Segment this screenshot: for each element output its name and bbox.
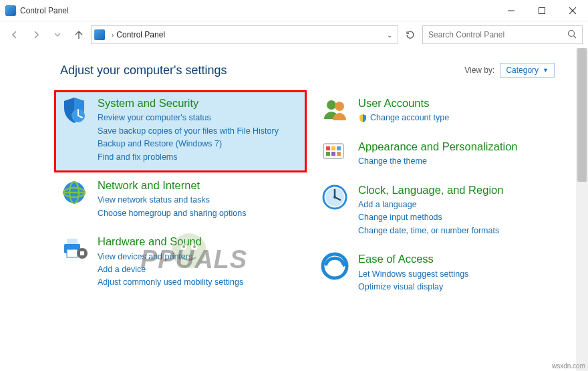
category-title[interactable]: Hardware and Sound (98, 235, 301, 249)
category-sub[interactable]: Change date, time, or number formats (358, 225, 561, 237)
category-network-internet[interactable]: Network and Internet View network status… (60, 178, 301, 220)
view-by: View by: Category ▼ (464, 63, 555, 78)
close-button[interactable] (557, 0, 588, 21)
category-title[interactable]: Ease of Access (358, 252, 561, 266)
category-sub[interactable]: Change account type (358, 112, 561, 124)
category-sub[interactable]: Let Windows suggest settings (358, 268, 561, 281)
category-title[interactable]: Clock, Language, and Region (358, 183, 561, 197)
svg-rect-15 (80, 251, 84, 255)
minimize-button[interactable] (496, 0, 527, 21)
shield-icon (60, 96, 88, 124)
site-credit: wsxdn.com (552, 362, 585, 370)
caret-down-icon: ▼ (543, 67, 549, 74)
category-sub[interactable]: Find and fix problems (98, 151, 301, 164)
svg-point-4 (569, 30, 575, 36)
category-hardware-sound[interactable]: Hardware and Sound View devices and prin… (60, 235, 301, 289)
page-heading: Adjust your computer's settings (60, 64, 227, 78)
control-panel-icon (5, 5, 16, 16)
svg-point-29 (333, 196, 336, 199)
category-system-security[interactable]: System and Security Review your computer… (56, 92, 305, 170)
svg-point-16 (327, 100, 336, 110)
chevron-right-icon: › (112, 31, 114, 39)
category-sub[interactable]: Change the theme (358, 155, 561, 168)
address-icon (94, 29, 105, 40)
appearance-icon (321, 140, 349, 168)
svg-rect-22 (326, 152, 330, 156)
category-appearance-personalization[interactable]: Appearance and Personalization Change th… (321, 140, 561, 168)
recent-dropdown[interactable] (48, 25, 67, 44)
category-sub[interactable]: Backup and Restore (Windows 7) (98, 138, 301, 150)
refresh-button[interactable] (401, 25, 420, 44)
svg-rect-20 (331, 146, 335, 150)
scrollbar-thumb[interactable] (577, 48, 587, 182)
svg-rect-12 (67, 239, 78, 244)
category-sub[interactable]: View devices and printers (98, 251, 301, 263)
users-icon (321, 96, 349, 124)
svg-line-5 (574, 35, 577, 38)
category-clock-language-region[interactable]: Clock, Language, and Region Add a langua… (321, 183, 561, 238)
category-sub[interactable]: Adjust commonly used mobility settings (98, 276, 301, 289)
up-button[interactable] (69, 25, 88, 44)
svg-rect-1 (539, 7, 545, 13)
maximize-button[interactable] (527, 0, 557, 21)
category-title[interactable]: Network and Internet (98, 178, 301, 193)
viewby-value: Category (506, 66, 539, 75)
category-title[interactable]: System and Security (98, 96, 301, 110)
svg-rect-23 (331, 152, 335, 156)
window-title: Control Panel (20, 6, 69, 15)
category-title[interactable]: Appearance and Personalization (358, 140, 561, 154)
titlebar: Control Panel (0, 0, 588, 21)
back-button[interactable] (5, 25, 24, 44)
address-dropdown-icon[interactable]: ⌄ (384, 31, 395, 39)
search-icon[interactable] (567, 29, 577, 41)
svg-point-17 (335, 102, 344, 111)
category-sub[interactable]: Review your computer's status (98, 112, 301, 124)
nav-row: › Control Panel ⌄ (0, 21, 588, 48)
category-sub[interactable]: Save backup copies of your files with Fi… (98, 125, 301, 138)
category-title[interactable]: User Accounts (358, 96, 561, 110)
search-box[interactable] (422, 25, 583, 44)
clock-icon (321, 183, 349, 211)
content-area: Adjust your computer's settings View by:… (0, 48, 588, 371)
category-ease-of-access[interactable]: Ease of Access Let Windows suggest setti… (321, 252, 561, 293)
category-sub[interactable]: Choose homegroup and sharing options (98, 207, 301, 220)
viewby-label: View by: (464, 66, 494, 75)
svg-rect-21 (337, 146, 341, 150)
category-sub[interactable]: Change input methods (358, 211, 561, 224)
category-sub[interactable]: Add a language (358, 199, 561, 211)
svg-rect-13 (67, 249, 78, 257)
viewby-select[interactable]: Category ▼ (500, 63, 555, 78)
category-sub[interactable]: Add a device (98, 263, 301, 276)
ease-of-access-icon (321, 252, 349, 280)
printer-icon (60, 235, 88, 263)
search-input[interactable] (428, 30, 567, 39)
category-sub[interactable]: Optimize visual display (358, 281, 561, 293)
category-sub[interactable]: View network status and tasks (98, 194, 301, 207)
globe-icon (60, 178, 88, 207)
forward-button[interactable] (27, 25, 45, 44)
address-bar[interactable]: › Control Panel ⌄ (91, 25, 398, 44)
address-text: Control Panel (116, 30, 165, 39)
svg-rect-18 (323, 144, 343, 158)
category-user-accounts[interactable]: User Accounts Change account type (321, 96, 561, 125)
svg-rect-19 (326, 146, 330, 150)
scrollbar[interactable] (576, 48, 588, 371)
svg-rect-24 (337, 152, 341, 156)
uac-shield-icon (358, 114, 368, 123)
